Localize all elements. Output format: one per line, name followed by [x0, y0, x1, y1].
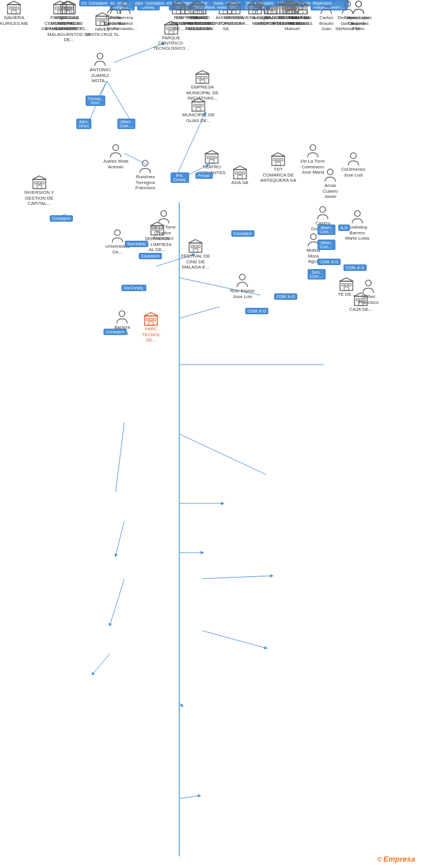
node-de-la-torre-colmenero: De La TorreColmeneroJose Maria — [301, 144, 325, 175]
svg-rect-216 — [229, 7, 231, 9]
svg-rect-60 — [242, 172, 245, 174]
svg-rect-45 — [197, 104, 200, 106]
badge-miem-com[interactable]: Miem.Com.... — [117, 119, 135, 129]
badge-ag[interactable]: A.G — [338, 225, 350, 231]
svg-rect-231 — [16, 7, 19, 9]
badge-represent3[interactable]: Represent. — [311, 0, 335, 6]
svg-rect-74 — [38, 182, 40, 184]
badge-secretario[interactable]: Secretario — [125, 241, 148, 247]
node-teatro: TEATROCERVANTES — [198, 149, 226, 175]
badge-consejero9[interactable]: Consejero — [143, 0, 167, 6]
svg-point-94 — [354, 211, 360, 216]
svg-marker-48 — [191, 98, 205, 102]
svg-rect-59 — [239, 172, 241, 174]
svg-rect-39 — [201, 76, 204, 79]
svg-rect-204 — [285, 7, 287, 9]
badge-secr-com[interactable]: Secr.Com.... — [308, 269, 326, 279]
svg-rect-205 — [288, 7, 290, 9]
svg-rect-61 — [238, 175, 242, 179]
badge-cgm-ag[interactable]: CGM. A.G — [317, 259, 341, 265]
watermark-brand: Empresa — [383, 855, 415, 863]
svg-point-109 — [119, 311, 125, 317]
badge-cgm-ag3[interactable]: CGM. A.G — [245, 308, 268, 314]
node-caja-de: CAJA DE... — [349, 292, 372, 312]
badge-consejero-inv[interactable]: Consejero — [50, 215, 73, 222]
svg-point-127 — [122, 1, 128, 7]
svg-marker-208 — [282, 1, 296, 5]
node-empresa-municipal: EMPRESAMUNICIPAL DEINICIATIVAS... — [186, 69, 219, 101]
node-festival: FESTIVAL DECINE DEMALAGA E... — [181, 238, 210, 270]
svg-point-69 — [310, 145, 316, 150]
badge-cgm-ag2[interactable]: CGM. A.G — [344, 264, 367, 271]
svg-rect-112 — [150, 318, 152, 321]
badge-pre-consej[interactable]: Pre.Consej. — [171, 172, 189, 183]
svg-rect-113 — [153, 318, 156, 321]
svg-marker-214 — [190, 1, 204, 5]
svg-line-21 — [116, 521, 124, 556]
watermark-copyright: © — [377, 856, 382, 863]
svg-rect-232 — [12, 10, 16, 14]
badge-miem-com3[interactable]: Miem.Com.... — [317, 240, 335, 250]
svg-rect-104 — [356, 299, 359, 301]
node-juarez-mota: Juarez MotaAntonio — [103, 144, 128, 170]
svg-rect-201 — [176, 10, 181, 14]
svg-rect-46 — [201, 104, 203, 106]
badge-ga-consej[interactable]: Ga Consej. — [121, 285, 146, 291]
svg-rect-41 — [200, 80, 205, 83]
svg-rect-99 — [349, 284, 351, 286]
svg-rect-38 — [198, 76, 200, 79]
svg-point-196 — [356, 1, 361, 7]
svg-rect-76 — [37, 185, 42, 189]
svg-rect-53 — [211, 156, 213, 159]
svg-marker-91 — [189, 240, 202, 243]
svg-rect-64 — [274, 159, 276, 161]
svg-rect-25 — [98, 19, 100, 21]
badge-presid[interactable]: Presid. — [195, 172, 213, 179]
svg-rect-114 — [149, 322, 153, 325]
badge-cgm-ag4[interactable]: CGM. A.G — [274, 293, 297, 300]
badge-miem-com2[interactable]: Miem.Com.... — [317, 225, 335, 235]
svg-point-78 — [161, 211, 167, 216]
svg-rect-212 — [200, 7, 202, 9]
svg-marker-77 — [32, 176, 46, 179]
svg-rect-84 — [155, 231, 160, 235]
svg-rect-44 — [194, 104, 196, 106]
svg-rect-230 — [13, 7, 15, 9]
svg-marker-85 — [150, 222, 164, 226]
svg-rect-89 — [198, 245, 200, 248]
badge-adm-unico[interactable]: Adm.Unico — [76, 119, 91, 129]
svg-rect-75 — [42, 182, 44, 184]
svg-rect-67 — [276, 162, 280, 165]
svg-line-19 — [179, 796, 200, 799]
svg-rect-193 — [71, 7, 73, 9]
svg-rect-213 — [195, 10, 200, 14]
badge-consejero2[interactable]: Consejero — [139, 253, 162, 259]
svg-rect-217 — [232, 7, 235, 9]
svg-rect-31 — [167, 27, 169, 30]
badge-consejero3[interactable]: Consejero — [231, 230, 254, 237]
node-russines: RussinesTorregrosFrancisco — [135, 159, 156, 191]
svg-point-49 — [113, 145, 119, 150]
svg-marker-108 — [354, 293, 368, 296]
watermark: © Empresa — [377, 855, 415, 863]
svg-line-13 — [179, 434, 266, 475]
svg-rect-73 — [35, 182, 37, 184]
svg-rect-83 — [160, 228, 162, 230]
svg-rect-191 — [64, 7, 67, 9]
node-antonio-juarez: ANTONIOJUAREZMOTA... — [90, 52, 110, 84]
node-lopez-lopez: Lopez LopezAntonio — [345, 0, 372, 26]
svg-rect-87 — [191, 245, 193, 248]
node-malaga-empresa: MALAGAEMPRESADEPORTE YMALAGUENTOS SADE..… — [47, 0, 90, 43]
svg-rect-58 — [235, 172, 238, 174]
svg-rect-207 — [287, 10, 291, 14]
svg-rect-211 — [196, 7, 198, 9]
svg-point-71 — [327, 169, 333, 175]
svg-marker-195 — [62, 1, 76, 5]
node-inversion: INVERSION YGESTION DECAPITAL... — [24, 175, 54, 207]
badge-consejero4[interactable]: Consejero — [104, 329, 127, 335]
svg-line-11 — [179, 307, 220, 318]
svg-rect-111 — [146, 318, 149, 321]
svg-rect-107 — [359, 302, 363, 306]
node-malaga-sa: AGA SA — [231, 165, 248, 186]
badge-consej-secr[interactable]: Consej.,Secr. — [86, 95, 105, 106]
